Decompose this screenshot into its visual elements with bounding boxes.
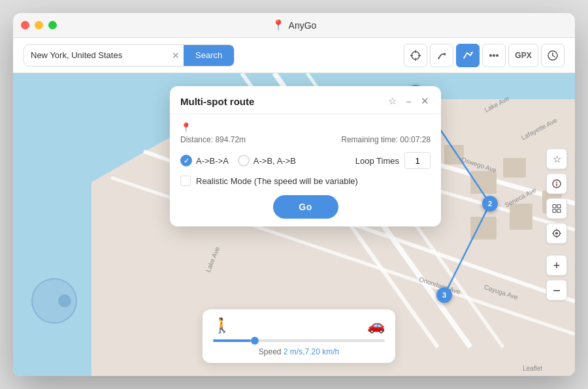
dialog-pin-icon: 📍 [180, 122, 431, 132]
zoom-out-button[interactable]: − [546, 280, 567, 301]
search-button[interactable]: Search [184, 44, 234, 67]
search-clear-button[interactable]: ✕ [168, 50, 184, 61]
window-controls [21, 21, 57, 29]
svg-point-9 [496, 54, 498, 57]
dialog-header: Multi-spot route ☆ − ✕ [170, 86, 441, 114]
map-layers-button[interactable] [546, 198, 567, 219]
radio-abab [238, 155, 250, 166]
map-area[interactable]: Lake Ave Lafayette Ave Seneca Ave Oswego… [13, 73, 575, 376]
speed-thumb [251, 337, 259, 345]
svg-point-8 [493, 54, 495, 57]
dialog-title: Multi-spot route [180, 96, 254, 107]
gpx-label: GPX [515, 51, 531, 60]
joystick[interactable] [31, 278, 77, 324]
multi-route-tool-button[interactable] [456, 44, 480, 67]
route-option-aba[interactable]: A->B->A [180, 155, 229, 166]
right-toolbar: ☆ [546, 149, 567, 301]
route-options-row: A->B->A A->B, A->B Loop Times [180, 152, 431, 169]
target-button[interactable] [546, 223, 567, 244]
svg-marker-31 [556, 184, 558, 187]
clock-tool-button[interactable] [541, 44, 564, 67]
single-route-tool-button[interactable] [430, 44, 453, 67]
dialog-info: Distance: 894.72m Remaining time: 00:07:… [180, 135, 431, 144]
crosshair-tool-button[interactable] [404, 44, 427, 67]
dialog-body: 📍 Distance: 894.72m Remaining time: 00:0… [170, 114, 441, 226]
speed-slider[interactable] [213, 339, 385, 342]
toolbar-icons: GPX [404, 44, 564, 67]
zoom-in-button[interactable]: + [546, 255, 567, 276]
speed-label: Speed 2 m/s,7.20 km/h [213, 347, 385, 356]
map-marker-3[interactable]: 3 [436, 287, 452, 303]
route-option-abab[interactable]: A->B, A->B [238, 155, 296, 166]
search-input[interactable] [24, 50, 168, 60]
svg-point-7 [489, 54, 492, 57]
speed-panel: 🚶 🚗 Speed 2 m/s,7.20 km/h [203, 309, 395, 363]
svg-rect-34 [553, 210, 556, 213]
svg-line-12 [553, 55, 555, 57]
dialog-favorite-button[interactable]: ☆ [387, 95, 398, 107]
svg-marker-30 [556, 181, 558, 184]
car-icon: 🚗 [367, 317, 385, 334]
svg-rect-35 [557, 210, 561, 213]
map-marker-2[interactable]: 2 [482, 196, 498, 211]
dialog-minimize-button[interactable]: − [404, 96, 413, 107]
leaflet-label: Leaflet [523, 365, 542, 372]
titlebar: 📍 AnyGo [13, 13, 575, 38]
go-button[interactable]: Go [273, 195, 338, 219]
realistic-mode-row[interactable]: Realistic Mode (The speed will be variab… [180, 176, 431, 186]
svg-rect-33 [557, 205, 561, 208]
loop-times-input[interactable] [404, 152, 431, 169]
dialog-actions: ☆ − ✕ [387, 95, 431, 107]
realistic-mode-checkbox[interactable] [180, 176, 191, 186]
gpx-tool-button[interactable]: GPX [508, 44, 538, 67]
maximize-button[interactable] [48, 21, 57, 29]
app-title-area: 📍 AnyGo [272, 19, 317, 31]
loop-times-area: Loop Times [355, 152, 431, 169]
svg-rect-32 [553, 205, 556, 208]
dialog-close-button[interactable]: ✕ [419, 95, 431, 107]
radio-aba [180, 155, 192, 166]
remaining-info: Remaining time: 00:07:28 [341, 135, 431, 144]
speed-fill [213, 339, 251, 342]
speed-icons: 🚶 🚗 [213, 317, 385, 334]
app-window: 📍 AnyGo ✕ Search [13, 13, 575, 376]
joystick-handle [58, 294, 71, 307]
compass-button[interactable] [546, 174, 567, 194]
svg-point-37 [555, 232, 558, 235]
loop-times-label: Loop Times [355, 156, 399, 166]
minimize-button[interactable] [35, 21, 43, 29]
pin-icon: 📍 [272, 19, 285, 31]
walk-icon: 🚶 [213, 317, 231, 334]
star-button[interactable]: ☆ [546, 149, 567, 170]
speed-value: 2 m/s,7.20 km/h [284, 347, 339, 356]
toolbar: ✕ Search [13, 38, 575, 73]
dots-route-tool-button[interactable] [482, 44, 506, 67]
close-button[interactable] [21, 21, 29, 29]
realistic-mode-label: Realistic Mode (The speed will be variab… [196, 176, 358, 186]
multispot-dialog: Multi-spot route ☆ − ✕ 📍 Distance: 894.7… [170, 86, 441, 226]
distance-info: Distance: 894.72m [180, 135, 246, 144]
search-box: ✕ Search [24, 44, 235, 67]
app-title: AnyGo [289, 20, 317, 31]
